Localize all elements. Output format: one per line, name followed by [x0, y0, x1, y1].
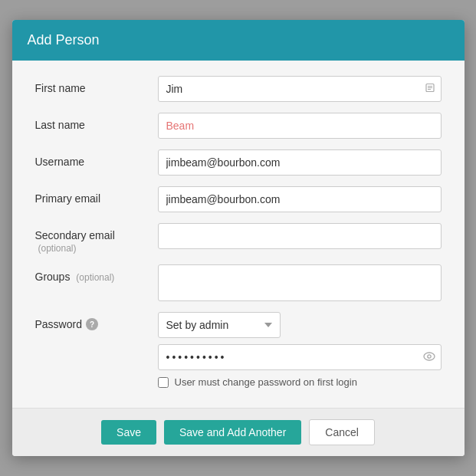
force-password-change-checkbox[interactable]	[158, 377, 169, 388]
checkbox-row: User must change password on first login	[158, 376, 442, 388]
last-name-input[interactable]	[158, 113, 442, 139]
password-label: Password	[35, 318, 82, 330]
secondary-email-label: Secondary email (optional)	[35, 223, 158, 254]
last-name-row: Last name	[35, 113, 442, 139]
modal-footer: Save Save and Add Another Cancel	[12, 408, 465, 456]
username-input[interactable]	[158, 149, 442, 176]
first-name-row: First name	[35, 76, 442, 102]
secondary-email-control	[158, 223, 442, 249]
modal-title: Add Person	[28, 32, 100, 48]
password-help-icon[interactable]: ?	[86, 318, 98, 330]
groups-input[interactable]	[158, 264, 442, 301]
password-row: Password ? Set by admin Let user set on …	[35, 312, 442, 338]
modal-body: First name	[12, 61, 465, 408]
username-control	[158, 149, 442, 176]
last-name-label: Last name	[35, 113, 158, 131]
first-name-control	[158, 76, 442, 102]
svg-point-5	[427, 355, 430, 358]
secondary-email-input[interactable]	[158, 223, 442, 249]
svg-point-4	[424, 353, 435, 360]
password-select-wrap: Set by admin Let user set on next login …	[158, 312, 442, 338]
groups-control	[158, 264, 442, 301]
cancel-button[interactable]: Cancel	[309, 419, 375, 445]
modal-overlay: Add Person First name	[0, 0, 476, 476]
groups-row: Groups (optional)	[35, 264, 442, 301]
password-input-row	[35, 344, 442, 370]
username-label: Username	[35, 149, 158, 168]
primary-email-row: Primary email	[35, 186, 442, 212]
save-and-add-button[interactable]: Save and Add Another	[164, 420, 301, 445]
password-label-wrap: Password ?	[35, 312, 158, 330]
primary-email-label: Primary email	[35, 186, 158, 205]
person-icon	[425, 83, 435, 96]
password-type-select[interactable]: Set by admin Let user set on next login …	[158, 312, 281, 338]
last-name-control	[158, 113, 442, 139]
modal-wrapper: Add Person First name	[12, 20, 465, 456]
save-button[interactable]: Save	[101, 420, 156, 445]
primary-email-input[interactable]	[158, 186, 442, 212]
password-input[interactable]	[158, 344, 442, 370]
eye-icon[interactable]	[423, 351, 435, 363]
first-name-label: First name	[35, 76, 158, 94]
modal-header: Add Person	[12, 20, 465, 61]
checkbox-label[interactable]: User must change password on first login	[175, 376, 357, 388]
add-person-modal: Add Person First name	[12, 20, 465, 456]
username-row: Username	[35, 149, 442, 176]
first-name-input-wrap	[158, 76, 442, 102]
secondary-email-row: Secondary email (optional)	[35, 223, 442, 254]
password-input-wrap	[158, 344, 442, 370]
first-name-input[interactable]	[158, 76, 442, 102]
primary-email-control	[158, 186, 442, 212]
groups-label: Groups (optional)	[35, 264, 158, 283]
password-input-offset	[158, 344, 442, 370]
